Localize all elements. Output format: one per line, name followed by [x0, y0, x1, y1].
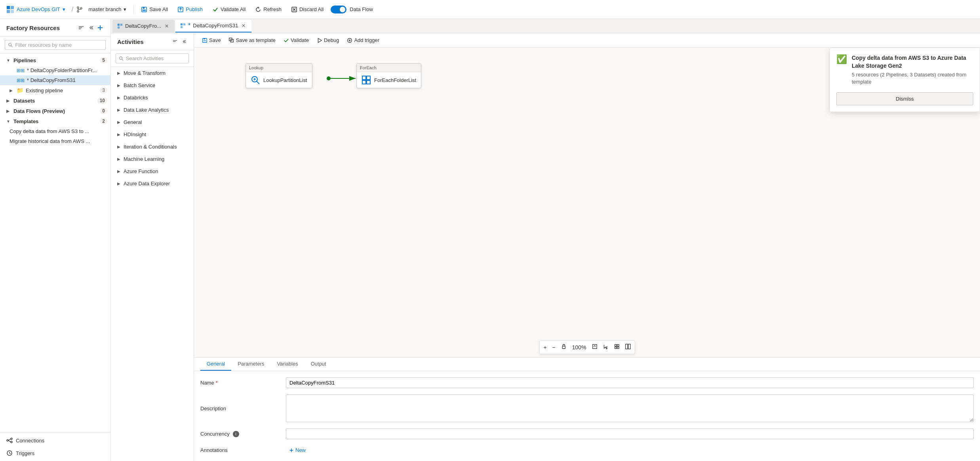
tab-1-close-button[interactable]: ✕: [164, 23, 170, 29]
concurrency-info-icon[interactable]: i: [233, 431, 239, 437]
activities-hide-button[interactable]: [180, 38, 187, 45]
data-lake-analytics-label: Data Lake Analytics: [124, 107, 169, 113]
canvas-debug-button[interactable]: Debug: [314, 36, 342, 45]
notif-dismiss-button[interactable]: Dismiss: [836, 92, 973, 105]
branch-label: master branch: [88, 6, 121, 12]
top-toolbar: Azure DevOps GIT ▾ / master branch ▾ Sav…: [0, 0, 980, 19]
activity-batch-service[interactable]: ▶ Batch Service: [111, 79, 194, 91]
svg-rect-36: [183, 23, 185, 25]
zoom-plus-button[interactable]: +: [541, 343, 549, 352]
name-input[interactable]: [286, 377, 974, 388]
sidebar-item-pipelines[interactable]: ▼ Pipelines 5: [0, 55, 110, 65]
connections-item[interactable]: Connections: [0, 434, 110, 447]
sidebar-item-datasets[interactable]: ▶ Datasets 10: [0, 95, 110, 106]
svg-rect-37: [181, 26, 183, 28]
canvas-save-as-template-label: Save as template: [236, 37, 276, 43]
tab-variables[interactable]: Variables: [270, 358, 304, 371]
activity-azure-function[interactable]: ▶ Azure Function: [111, 165, 194, 177]
foreach-node[interactable]: ForEach ForEachFolderList: [356, 63, 421, 88]
publish-icon: [177, 6, 184, 13]
pipeline-item-2[interactable]: ⊞⊞ * DeltaCopyFromS31: [0, 75, 110, 85]
zoom-minus-button[interactable]: −: [550, 343, 558, 352]
notif-success-icon: ✅: [836, 54, 847, 65]
chevron-down-icon[interactable]: ▾: [63, 6, 65, 12]
sidebar-item-templates[interactable]: ▼ Templates 2: [0, 116, 110, 126]
svg-rect-63: [592, 345, 597, 349]
svg-line-41: [122, 59, 123, 60]
discard-all-button[interactable]: Discard All: [287, 4, 327, 15]
canvas-toolbar: Save Save as template Validate: [194, 33, 980, 48]
publish-button[interactable]: Publish: [173, 4, 207, 15]
description-textarea[interactable]: [286, 394, 974, 422]
zoom-100-button[interactable]: 100%: [570, 343, 589, 352]
svg-marker-47: [318, 38, 322, 42]
pipeline-canvas[interactable]: Lookup LookupPartitionList: [194, 48, 980, 357]
pipelines-chevron-icon: ▼: [6, 58, 11, 63]
activity-iteration-conditionals[interactable]: ▶ Iteration & Conditionals: [111, 141, 194, 153]
template-item-1[interactable]: Copy delta data from AWS S3 to ...: [0, 126, 110, 136]
sidebar-add-button[interactable]: [96, 24, 104, 32]
existing-pipeline-count: 3: [100, 87, 107, 93]
zoom-fit-button[interactable]: [590, 342, 600, 352]
canvas-add-trigger-button[interactable]: Add trigger: [344, 36, 382, 45]
data-flow-toggle[interactable]: [331, 6, 346, 13]
sidebar-search-input[interactable]: [15, 42, 102, 48]
refresh-button[interactable]: Refresh: [251, 4, 285, 15]
sidebar-bottom: Connections Triggers: [0, 432, 110, 461]
activity-machine-learning[interactable]: ▶ Machine Learning: [111, 153, 194, 165]
activity-data-lake-analytics[interactable]: ▶ Data Lake Analytics: [111, 104, 194, 116]
existing-pipeline-item[interactable]: ▶ 📁 Existing pipeline 3: [0, 85, 110, 95]
canvas-save-button[interactable]: Save: [199, 36, 224, 45]
zoom-lock-button[interactable]: [559, 342, 569, 352]
tab-general[interactable]: General: [200, 358, 231, 371]
canvas-debug-label: Debug: [324, 37, 339, 43]
tab-2-close-button[interactable]: ✕: [240, 23, 247, 29]
tab-output[interactable]: Output: [304, 358, 333, 371]
lookup-node-body: LookupPartitionList: [246, 72, 312, 88]
annotations-add-icon: [289, 448, 294, 453]
activity-general[interactable]: ▶ General: [111, 116, 194, 128]
pipeline-item-1[interactable]: ⊞⊞ * DeltaCopyFolderPartitionFr...: [0, 65, 110, 75]
activity-move-transform[interactable]: ▶ Move & Transform: [111, 67, 194, 79]
activities-search: [111, 50, 194, 67]
search-icon: [8, 43, 13, 48]
iteration-label: Iteration & Conditionals: [124, 144, 177, 150]
discard-all-label: Discard All: [299, 6, 323, 12]
concurrency-input[interactable]: [286, 429, 974, 439]
datasets-chevron-icon: ▶: [6, 99, 11, 103]
activities-collapse-button[interactable]: [171, 38, 179, 45]
triggers-item[interactable]: Triggers: [0, 447, 110, 459]
canvas-validate-button[interactable]: Validate: [280, 36, 312, 45]
activity-azure-data-explorer[interactable]: ▶ Azure Data Explorer: [111, 177, 194, 190]
svg-rect-64: [615, 345, 616, 346]
sidebar-collapse-button[interactable]: [77, 24, 85, 32]
sidebar-hide-button[interactable]: [87, 24, 95, 32]
tab-parameters[interactable]: Parameters: [231, 358, 270, 371]
activities-search-input[interactable]: [126, 55, 185, 61]
canvas-save-as-template-button[interactable]: Save as template: [226, 36, 279, 45]
tab-2[interactable]: * DeltaCopyFromS31 ✕: [175, 20, 251, 32]
data-lake-analytics-chevron-icon: ▶: [117, 108, 120, 112]
zoom-multi-select-button[interactable]: [612, 342, 622, 352]
iteration-chevron-icon: ▶: [117, 145, 120, 149]
activity-databricks[interactable]: ▶ Databricks: [111, 91, 194, 104]
validate-all-button[interactable]: Validate All: [208, 4, 249, 15]
branch-selector[interactable]: master branch ▾: [84, 5, 130, 14]
sidebar-item-dataflows[interactable]: ▶ Data Flows (Preview) 0: [0, 106, 110, 116]
zoom-select-button[interactable]: [601, 342, 611, 352]
zoom-more-button[interactable]: [623, 342, 633, 352]
move-transform-chevron-icon: ▶: [117, 71, 120, 75]
more-icon: [625, 344, 631, 349]
activity-hdinsight[interactable]: ▶ HDInsight: [111, 128, 194, 141]
lookup-node[interactable]: Lookup LookupPartitionList: [245, 63, 312, 88]
discard-all-icon: [291, 6, 297, 13]
sidebar-hide-icon: [88, 25, 94, 31]
tab-1[interactable]: DeltaCopyFro... ✕: [112, 20, 175, 32]
triggers-label: Triggers: [16, 450, 34, 456]
template-item-2[interactable]: Migrate historical data from AWS ...: [0, 136, 110, 146]
annotations-add-button[interactable]: New: [286, 446, 309, 455]
templates-label: Templates: [13, 118, 97, 124]
save-all-button[interactable]: Save All: [137, 4, 172, 15]
brand-logo[interactable]: Azure DevOps GIT ▾: [3, 6, 69, 13]
foreach-node-icon: [362, 75, 371, 85]
